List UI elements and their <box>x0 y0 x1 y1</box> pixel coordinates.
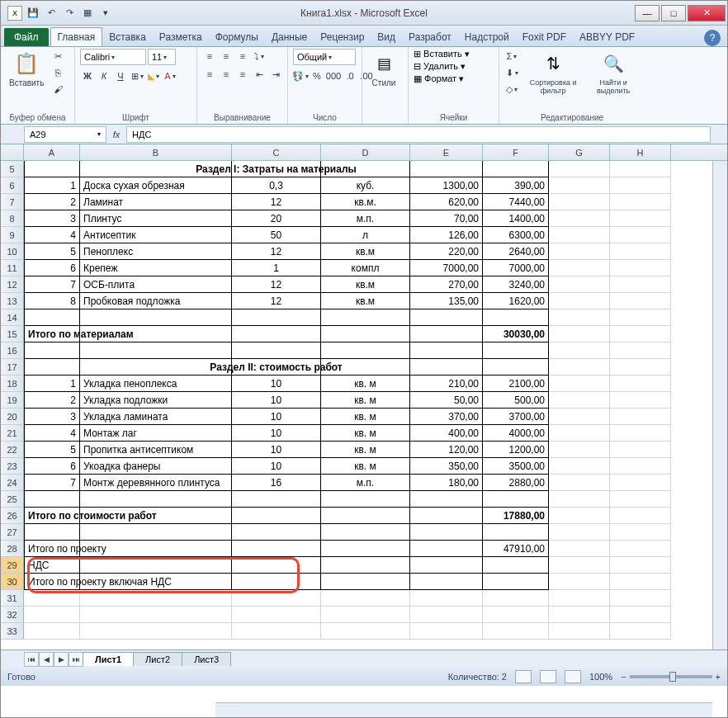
delete-cells-button[interactable]: ⊟ Удалить ▾ <box>414 61 466 72</box>
cell[interactable] <box>549 574 610 590</box>
cell[interactable] <box>321 326 410 342</box>
row-header[interactable]: 10 <box>1 243 24 260</box>
cell[interactable] <box>410 574 483 590</box>
cell[interactable]: 10 <box>232 442 321 458</box>
cell[interactable] <box>410 524 483 541</box>
cell[interactable]: 2100,00 <box>483 376 549 392</box>
comma-icon[interactable]: 000 <box>326 68 341 83</box>
cell[interactable] <box>232 326 321 342</box>
cell[interactable]: 6 <box>24 260 80 276</box>
italic-button[interactable]: К <box>97 68 111 83</box>
cell[interactable]: 4000,00 <box>483 425 549 442</box>
cell[interactable] <box>549 177 610 194</box>
cell[interactable]: 3500,00 <box>483 458 549 475</box>
cell[interactable] <box>549 475 610 491</box>
cell[interactable]: 2 <box>24 194 80 210</box>
cell[interactable] <box>80 508 232 524</box>
zoom-in-button[interactable]: + <box>716 672 721 682</box>
cell[interactable]: 1400,00 <box>483 210 549 227</box>
cell[interactable]: НДС <box>24 557 80 574</box>
cell[interactable]: 4 <box>24 227 80 243</box>
sheet-nav-first[interactable]: ⏮ <box>24 652 39 667</box>
col-header[interactable]: G <box>549 144 610 160</box>
cell[interactable]: 7000,00 <box>483 260 549 276</box>
cell[interactable] <box>321 508 410 524</box>
cell[interactable] <box>321 309 410 326</box>
cell[interactable]: кв. м <box>321 458 410 475</box>
cell[interactable] <box>610 491 671 508</box>
percent-icon[interactable]: % <box>310 68 324 83</box>
decimal-inc-icon[interactable]: .0 <box>343 68 357 83</box>
cell[interactable]: 135,00 <box>410 293 483 309</box>
cell[interactable]: 3240,00 <box>483 276 549 293</box>
cell[interactable] <box>610 276 671 293</box>
cell[interactable]: Антисептик <box>80 227 232 243</box>
cell[interactable]: кв. м <box>321 392 410 409</box>
fill-color-button[interactable]: ◣ <box>146 68 161 83</box>
cell[interactable]: кв. м <box>321 425 410 442</box>
cell[interactable]: 620,00 <box>410 194 483 210</box>
cell[interactable] <box>610 590 671 607</box>
cell[interactable] <box>80 342 232 359</box>
cell[interactable] <box>610 541 671 557</box>
save-icon[interactable]: 💾 <box>26 6 40 21</box>
cell[interactable] <box>80 557 232 574</box>
cell[interactable] <box>549 161 610 177</box>
cell[interactable] <box>410 541 483 557</box>
cell[interactable] <box>410 491 483 508</box>
cell[interactable]: 30030,00 <box>483 326 549 342</box>
cell[interactable] <box>321 590 410 607</box>
cell[interactable]: 70,00 <box>410 210 483 227</box>
row-header[interactable]: 15 <box>1 326 24 342</box>
number-format-combo[interactable]: Общий <box>293 49 356 65</box>
col-header[interactable]: H <box>610 144 671 160</box>
cell[interactable] <box>483 590 549 607</box>
cell[interactable] <box>24 524 80 541</box>
tab-insert[interactable]: Вставка <box>102 28 153 46</box>
cell[interactable] <box>610 607 671 623</box>
align-right-icon[interactable]: ≡ <box>235 67 250 82</box>
cell[interactable]: 7000,00 <box>410 260 483 276</box>
cell[interactable]: 10 <box>232 409 321 425</box>
cell[interactable] <box>232 574 321 590</box>
cell[interactable]: Пропитка антисептиком <box>80 442 232 458</box>
sort-filter-button[interactable]: ⇅ Сортировка и фильтр <box>522 49 584 97</box>
cell[interactable] <box>410 161 483 177</box>
zoom-out-button[interactable]: − <box>621 672 626 682</box>
row-header[interactable]: 8 <box>1 210 24 227</box>
insert-cells-button[interactable]: ⊞ Вставить ▾ <box>414 49 470 59</box>
sheet-nav-prev[interactable]: ◀ <box>39 652 54 667</box>
cell[interactable]: Укладка ламината <box>80 409 232 425</box>
row-header[interactable]: 18 <box>1 376 24 392</box>
cell[interactable]: Раздел II: стоимость работ <box>232 359 321 376</box>
view-layout-icon[interactable] <box>540 670 556 683</box>
cell[interactable]: Монтаж лаг <box>80 425 232 442</box>
cell[interactable] <box>610 194 671 210</box>
cell[interactable] <box>232 590 321 607</box>
row-header[interactable]: 21 <box>1 425 24 442</box>
cell[interactable] <box>321 161 410 177</box>
tab-developer[interactable]: Разработ <box>402 28 458 46</box>
close-button[interactable]: ✕ <box>688 5 726 21</box>
paste-button[interactable]: 📋 Вставить <box>6 49 47 89</box>
cell[interactable]: 12 <box>232 293 321 309</box>
cell[interactable] <box>321 623 410 640</box>
cell[interactable]: Пеноплекс <box>80 243 232 260</box>
cell[interactable] <box>549 342 610 359</box>
cell[interactable]: 350,00 <box>410 458 483 475</box>
zoom-slider[interactable] <box>630 675 712 678</box>
align-top-icon[interactable]: ≡ <box>202 49 217 64</box>
cell[interactable]: куб. <box>321 177 410 194</box>
cell[interactable] <box>549 243 610 260</box>
view-break-icon[interactable] <box>565 670 581 683</box>
cell[interactable] <box>610 161 671 177</box>
cell[interactable] <box>321 607 410 623</box>
cell[interactable]: 2880,00 <box>483 475 549 491</box>
align-bottom-icon[interactable]: ≡ <box>235 49 250 64</box>
tab-home[interactable]: Главная <box>50 27 103 46</box>
cell[interactable] <box>410 508 483 524</box>
sheet-tab[interactable]: Лист3 <box>182 652 231 666</box>
cell[interactable]: Итого по материалам <box>24 326 80 342</box>
cell[interactable]: кв. м <box>321 376 410 392</box>
cell[interactable]: Укладка пеноплекса <box>80 376 232 392</box>
